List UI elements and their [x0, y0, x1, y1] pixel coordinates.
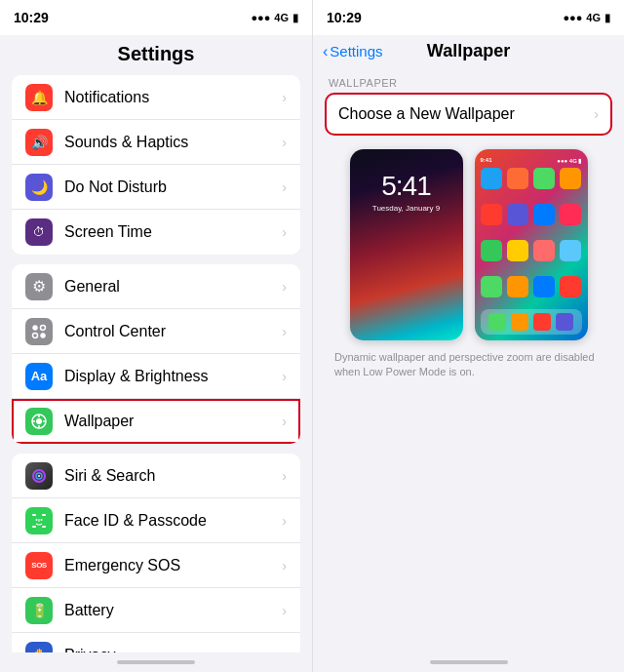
battery-label: Battery	[64, 602, 282, 619]
displaybrightness-icon: Aa	[25, 363, 53, 390]
chevron-icon: ›	[282, 224, 287, 240]
choose-wallpaper-label: Choose a New Wallpaper	[338, 105, 594, 123]
general-icon: ⚙	[25, 273, 53, 300]
svg-rect-14	[42, 514, 46, 516]
screentime-label: Screen Time	[64, 223, 282, 241]
chevron-icon: ›	[282, 513, 287, 529]
chevron-icon: ›	[282, 648, 287, 652]
svg-rect-13	[32, 514, 36, 516]
wallpaper-previews: 5:41 Tuesday, January 9 9:41 ●●● 4G ▮	[313, 136, 624, 350]
settings-item-sounds[interactable]: 🔊 Sounds & Haptics ›	[12, 120, 300, 165]
app-icon-16	[560, 276, 581, 297]
carrier-left: 4G	[274, 12, 289, 23]
faceid-label: Face ID & Passcode	[64, 512, 282, 530]
chevron-icon: ›	[282, 414, 287, 429]
settings-item-notifications[interactable]: 🔔 Notifications ›	[12, 75, 300, 120]
status-time-right: 10:29	[327, 10, 362, 25]
lock-time: 5:41	[381, 171, 431, 202]
signal-icon-left: ●●●	[251, 12, 270, 23]
homescreen-preview[interactable]: 9:41 ●●● 4G ▮	[475, 149, 588, 340]
wallpaper-note: Dynamic wallpaper and perspective zoom a…	[313, 350, 624, 390]
app-icon-15	[533, 276, 555, 297]
svg-rect-16	[42, 526, 46, 528]
app-icon-5	[481, 204, 502, 225]
settings-group-2: ⚙ General › Control Center ›	[12, 264, 300, 444]
back-button[interactable]: ‹ Settings	[323, 43, 383, 60]
screentime-icon: ⏱	[25, 218, 53, 246]
status-time-left: 10:29	[14, 10, 49, 25]
emergencysos-label: Emergency SOS	[64, 557, 282, 574]
status-bar-right: 10:29 ●●● 4G ▮	[313, 0, 624, 35]
battery-icon-left: ▮	[292, 12, 298, 24]
status-icons-left: ●●● 4G ▮	[251, 12, 298, 24]
home-bar-right	[430, 660, 508, 664]
svg-point-12	[38, 475, 40, 477]
lockscreen-preview[interactable]: 5:41 Tuesday, January 9	[350, 149, 463, 340]
home-app-grid	[481, 168, 582, 309]
app-icon-13	[481, 276, 502, 297]
notifications-icon: 🔔	[25, 84, 53, 111]
choose-wallpaper-row[interactable]: Choose a New Wallpaper ›	[325, 93, 612, 136]
settings-item-displaybrightness[interactable]: Aa Display & Brightness ›	[12, 354, 300, 399]
svg-point-0	[33, 325, 38, 330]
app-icon-9	[481, 240, 502, 261]
status-bar-left: 10:29 ●●● 4G ▮	[0, 0, 312, 35]
back-label: Settings	[330, 43, 382, 59]
settings-item-screentime[interactable]: ⏱ Screen Time ›	[12, 210, 300, 255]
svg-point-1	[41, 325, 46, 330]
settings-panel: 10:29 ●●● 4G ▮ Settings 🔔 Notifications …	[0, 0, 312, 672]
chevron-icon: ›	[282, 179, 287, 195]
svg-point-17	[36, 519, 38, 521]
siri-label: Siri & Search	[64, 467, 282, 485]
dock-icon-4	[556, 313, 573, 331]
sounds-label: Sounds & Haptics	[64, 134, 282, 151]
settings-item-donotdisturb[interactable]: 🌙 Do Not Disturb ›	[12, 165, 300, 210]
settings-item-battery[interactable]: 🔋 Battery ›	[12, 588, 300, 633]
privacy-icon: ✋	[25, 642, 53, 652]
settings-group-3: Siri & Search › Face ID &	[12, 454, 300, 652]
settings-scroll[interactable]: 🔔 Notifications › 🔊 Sounds & Haptics › 🌙…	[0, 75, 312, 652]
privacy-label: Privacy	[64, 647, 282, 652]
svg-point-18	[41, 519, 43, 521]
controlcenter-icon	[25, 318, 53, 345]
chevron-icon: ›	[282, 468, 287, 484]
homescreen-bg: 9:41 ●●● 4G ▮	[475, 149, 588, 340]
lockscreen-bg: 5:41 Tuesday, January 9	[350, 149, 463, 340]
donotdisturb-label: Do Not Disturb	[64, 178, 282, 196]
chevron-icon: ›	[282, 90, 287, 105]
dock-icon-2	[511, 313, 528, 331]
wallpaper-icon	[25, 408, 53, 435]
settings-group-1: 🔔 Notifications › 🔊 Sounds & Haptics › 🌙…	[12, 75, 300, 255]
svg-point-3	[41, 333, 46, 337]
chevron-icon: ›	[282, 558, 287, 573]
signal-icon-right: ●●●	[563, 12, 582, 23]
chevron-icon: ›	[282, 324, 287, 339]
app-icon-2	[507, 168, 528, 189]
carrier-right: 4G	[586, 12, 601, 23]
displaybrightness-label: Display & Brightness	[64, 368, 282, 385]
settings-item-wallpaper[interactable]: Wallpaper ›	[12, 399, 300, 444]
battery-icon-right: ▮	[604, 12, 610, 24]
home-indicator-left	[0, 652, 312, 672]
wallpaper-scroll[interactable]: WALLPAPER Choose a New Wallpaper › 5:41 …	[313, 69, 624, 652]
home-dock	[481, 309, 582, 335]
settings-item-siri[interactable]: Siri & Search ›	[12, 454, 300, 498]
app-icon-11	[533, 240, 555, 261]
settings-item-controlcenter[interactable]: Control Center ›	[12, 309, 300, 354]
choose-chevron-icon: ›	[594, 106, 599, 122]
general-label: General	[64, 278, 282, 296]
app-icon-14	[507, 276, 528, 297]
settings-item-faceid[interactable]: Face ID & Passcode ›	[12, 498, 300, 543]
app-icon-1	[481, 168, 502, 189]
app-icon-4	[560, 168, 581, 189]
chevron-icon: ›	[282, 279, 287, 295]
wallpaper-panel: 10:29 ●●● 4G ▮ ‹ Settings Wallpaper WALL…	[312, 0, 624, 672]
app-icon-6	[507, 204, 528, 225]
dock-icon-1	[488, 313, 506, 331]
svg-rect-15	[32, 526, 36, 528]
settings-item-privacy[interactable]: ✋ Privacy ›	[12, 633, 300, 652]
settings-item-general[interactable]: ⚙ General ›	[12, 264, 300, 309]
settings-item-emergencysos[interactable]: SOS Emergency SOS ›	[12, 543, 300, 588]
app-icon-10	[507, 240, 528, 261]
nav-bar-wallpaper: ‹ Settings Wallpaper	[313, 35, 624, 69]
